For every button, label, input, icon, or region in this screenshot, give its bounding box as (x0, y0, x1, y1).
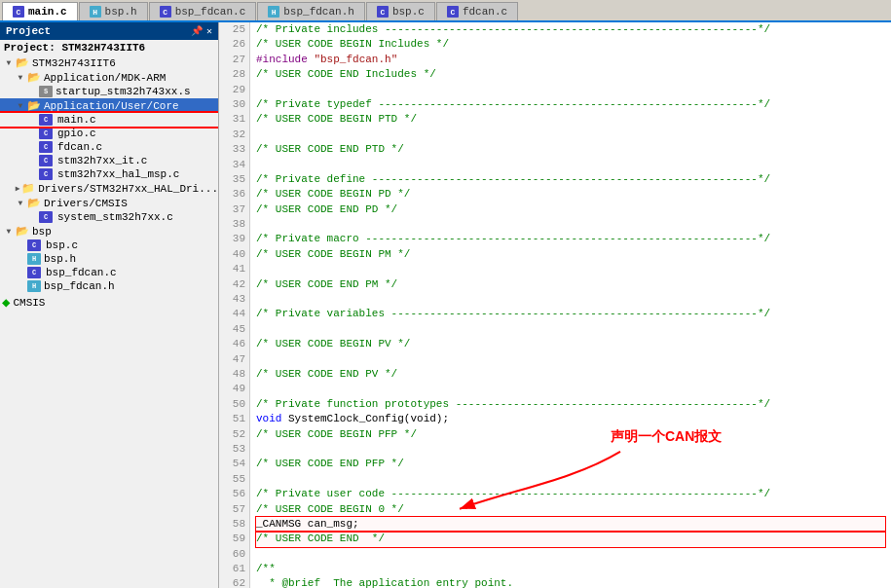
line-number-37: 37 (223, 202, 245, 217)
line-number-30: 30 (223, 97, 245, 112)
code-line-52: /* USER CODE BEGIN PFP */ (256, 427, 885, 442)
sidebar-title: Project (6, 25, 51, 37)
folder-icon: 📂 (27, 71, 41, 84)
code-line-30: /* Private typedef ---------------------… (256, 97, 885, 112)
folder-icon: 📁 (21, 182, 35, 195)
line-number-55: 55 (223, 472, 245, 487)
line-number-50: 50 (223, 397, 245, 412)
sidebar-item-startup[interactable]: Sstartup_stm32h743xx.s (0, 85, 218, 98)
tab-fdcanc[interactable]: Cfdcan.c (436, 2, 518, 20)
line-number-43: 43 (223, 292, 245, 307)
sidebar-item-bsp[interactable]: ▼📂bsp (0, 224, 218, 239)
code-line-59: /* USER CODE END */ (256, 532, 885, 546)
code-line-31: /* USER CODE BEGIN PTD */ (256, 112, 885, 127)
sidebar-item-label-bsp-fdcan-h: bsp_fdcan.h (44, 280, 115, 292)
code-line-44: /* Private variables -------------------… (256, 307, 885, 321)
code-line-54: /* USER CODE END PFP */ (256, 457, 885, 471)
code-line-32 (256, 128, 885, 142)
code-line-40: /* USER CODE BEGIN PM */ (256, 247, 885, 262)
code-line-57: /* USER CODE BEGIN 0 */ (256, 502, 885, 517)
line-number-56: 56 (223, 487, 245, 501)
sidebar-item-system-c[interactable]: Csystem_stm32h7xx.c (0, 210, 218, 224)
code-line-43 (256, 292, 885, 307)
sidebar-item-app-user[interactable]: ▼📂Application/User/Core (0, 98, 218, 113)
sidebar-item-cmsis[interactable]: ◆CMSIS (0, 293, 218, 312)
code-line-41 (256, 262, 885, 276)
code-editor[interactable]: 2526272829303132333435363738394041424344… (219, 22, 891, 588)
code-line-37: /* USER CODE END PD */ (256, 202, 885, 217)
c-file-icon: C (39, 128, 53, 139)
line-number-33: 33 (223, 142, 245, 157)
h-file-icon: H (27, 280, 41, 292)
sidebar-close-icon[interactable]: ✕ (206, 25, 212, 37)
tree-expand-icon[interactable]: ▶ (14, 184, 21, 193)
line-number-36: 36 (223, 187, 245, 202)
sidebar-item-label-stm32h7xx-hal: stm32h7xx_hal_msp.c (57, 168, 179, 180)
sidebar-item-label-bsp-fdcan-c: bsp_fdcan.c (46, 267, 117, 278)
tab-label-1: bsp.h (105, 6, 137, 18)
code-line-47 (256, 352, 885, 367)
tree-expand-icon[interactable]: ▼ (2, 58, 16, 67)
code-lines[interactable]: /* Private includes --------------------… (250, 22, 891, 588)
tab-icon-mainc: C (13, 6, 24, 18)
project-tree: Project: STM32H743IIT6▼📂STM32H743IIT6▼📂A… (0, 40, 218, 312)
line-number-31: 31 (223, 112, 245, 127)
sidebar-item-main-c[interactable]: Cmain.c (0, 113, 218, 127)
sidebar-item-bsp-fdcan-h[interactable]: Hbsp_fdcan.h (0, 279, 218, 293)
folder-icon: 📂 (16, 225, 29, 238)
line-number-57: 57 (223, 502, 245, 517)
tab-mainc[interactable]: Cmain.c (2, 2, 78, 20)
code-line-58: _CANMSG can_msg; (256, 517, 885, 532)
sidebar-pin-icon[interactable]: 📌 (191, 25, 203, 37)
s-file-icon: S (39, 86, 53, 97)
sidebar-item-bsp-c[interactable]: Cbsp.c (0, 239, 218, 252)
line-number-29: 29 (223, 83, 245, 97)
diamond-icon: ◆ (2, 294, 10, 311)
sidebar-item-root[interactable]: ▼📂STM32H743IIT6 (0, 55, 218, 70)
line-number-51: 51 (223, 412, 245, 426)
code-line-48: /* USER CODE END PV */ (256, 367, 885, 382)
tab-label-4: bsp.c (392, 6, 425, 18)
sidebar-item-label-bsp-c: bsp.c (46, 239, 78, 251)
line-number-54: 54 (223, 457, 245, 471)
folder-icon: 📂 (16, 56, 29, 69)
sidebar-item-bsp-h[interactable]: Hbsp.h (0, 252, 218, 266)
tab-icon-bsp_fdcanh: H (268, 6, 279, 18)
sidebar-project-name[interactable]: Project: STM32H743IIT6 (0, 40, 218, 55)
line-number-46: 46 (223, 337, 245, 351)
sidebar-item-drivers-hal[interactable]: ▶📁Drivers/STM32H7xx_HAL_Dri... (0, 181, 218, 196)
sidebar-item-bsp-fdcan-c[interactable]: Cbsp_fdcan.c (0, 266, 218, 279)
tab-icon-bsph: H (90, 6, 101, 18)
c-file-icon: C (39, 211, 53, 223)
sidebar-item-gpio-c[interactable]: Cgpio.c (0, 127, 218, 140)
sidebar-item-label-startup: startup_stm32h743xx.s (56, 86, 191, 97)
tab-bsph[interactable]: Hbsp.h (79, 2, 148, 20)
line-number-41: 41 (223, 262, 245, 276)
sidebar-item-label-drivers-cmsis: Drivers/CMSIS (44, 198, 128, 209)
code-line-42: /* USER CODE END PM */ (256, 277, 885, 292)
tab-icon-bsp_fdcanc: C (160, 6, 171, 18)
sidebar-item-app-mdk[interactable]: ▼📂Application/MDK-ARM (0, 70, 218, 85)
tab-bsp_fdcanh[interactable]: Hbsp_fdcan.h (257, 2, 365, 20)
sidebar-item-drivers-cmsis[interactable]: ▼📂Drivers/CMSIS (0, 196, 218, 210)
tab-bsp_fdcanc[interactable]: Cbsp_fdcan.c (149, 2, 257, 20)
code-line-61: /** (256, 562, 885, 576)
code-line-45 (256, 322, 885, 337)
tab-bar: Cmain.cHbsp.hCbsp_fdcan.cHbsp_fdcan.hCbs… (0, 0, 891, 22)
c-file-icon: C (27, 239, 41, 251)
c-file-icon: C (39, 168, 53, 180)
sidebar-item-stm32h7xx-hal[interactable]: Cstm32h7xx_hal_msp.c (0, 167, 218, 181)
tree-expand-icon[interactable]: ▼ (2, 227, 16, 236)
project-sidebar: Project 📌 ✕ Project: STM32H743IIT6▼📂STM3… (0, 22, 219, 588)
code-line-28: /* USER CODE END Includes */ (256, 67, 885, 82)
tab-label-3: bsp_fdcan.h (283, 6, 354, 18)
line-number-61: 61 (223, 562, 245, 576)
sidebar-item-stm32h7xx-it[interactable]: Cstm32h7xx_it.c (0, 154, 218, 167)
tree-expand-icon[interactable]: ▼ (14, 199, 27, 207)
sidebar-item-fdcan-c[interactable]: Cfdcan.c (0, 140, 218, 154)
tab-bspc[interactable]: Cbsp.c (366, 2, 435, 20)
tree-expand-icon[interactable]: ▼ (14, 73, 27, 82)
line-number-48: 48 (223, 367, 245, 382)
tree-expand-icon[interactable]: ▼ (14, 101, 27, 110)
sidebar-item-label-bsp-h: bsp.h (44, 253, 76, 265)
